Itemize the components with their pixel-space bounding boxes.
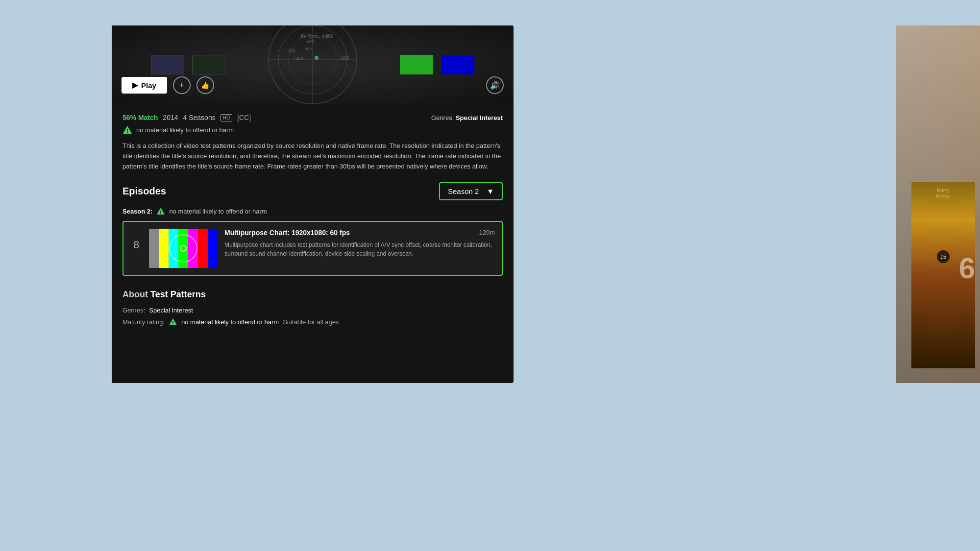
episodes-title: Episodes [122, 186, 166, 197]
description-text: This is a collection of video test patte… [122, 141, 503, 171]
svg-text:!: ! [172, 320, 173, 326]
genres-text: Genres: Special Interest [431, 114, 503, 121]
right-panel: HarryPotter 15 6 [896, 25, 980, 383]
meta-row: 56% Match 2014 4 Seasons HD [CC] Genres:… [122, 114, 503, 121]
colorbox-green [400, 55, 433, 74]
about-prefix: About [122, 289, 148, 299]
warning-row: ! no material likely to offend or harm [122, 125, 503, 134]
thumbs-button[interactable]: 👍 [196, 76, 214, 94]
number-6: 6 [959, 251, 975, 285]
episode-duration: 120m [479, 229, 495, 236]
cc-icon: [CC] [237, 114, 251, 121]
video-area: +300 -300 +200 -200 +100 100 AV Sync, ms [112, 25, 514, 104]
episode-number: 8 [130, 229, 142, 251]
harry-poster-text: HarryPotter [936, 187, 951, 200]
number-badge: 15 [937, 250, 950, 263]
season-label-row: Season 2: ! no material likely to offend… [122, 207, 503, 215]
svg-text:-300: -300 [340, 55, 349, 61]
svg-text:!: ! [160, 210, 162, 215]
about-genres-value: Special Interest [149, 307, 193, 314]
episode-title: Multipurpose Chart: 1920x1080: 60 fps [224, 229, 350, 237]
seasons-text: 4 Seasons [183, 114, 216, 121]
about-section: About Test Patterns Genres: Special Inte… [122, 286, 503, 326]
svg-rect-24 [208, 229, 218, 268]
maturity-warning-text: no material likely to offend or harm [181, 318, 279, 326]
about-maturity-row: Maturity rating: ! no material likely to… [122, 318, 503, 326]
svg-text:-200: -200 [305, 39, 314, 44]
sound-button[interactable]: 🔊 [486, 76, 504, 94]
svg-rect-19 [159, 229, 169, 268]
episode-description: Multipurpose chart includes test pattern… [224, 240, 495, 258]
content-area: 56% Match 2014 4 Seasons HD [CC] Genres:… [112, 104, 514, 383]
colorbox-blue [441, 55, 474, 74]
maturity-warning-icon: ! [169, 318, 177, 326]
add-button[interactable]: + [173, 76, 191, 94]
sound-icon: 🔊 [490, 81, 500, 90]
genres-label: Genres: [431, 114, 454, 121]
episode-thumbnail [149, 229, 218, 268]
svg-text:+200: +200 [293, 56, 303, 61]
season-warning-text: no material likely to offend or harm [169, 208, 267, 215]
colorbox-1 [151, 55, 184, 74]
genre-value: Special Interest [456, 114, 503, 121]
play-button[interactable]: ▶ Play [122, 77, 167, 94]
season-dropdown[interactable]: Season 2 ▼ [439, 182, 503, 200]
about-bold: Test Patterns [150, 289, 206, 299]
season-dropdown-label: Season 2 [448, 187, 479, 195]
controls-bar: ▶ Play + 👍 🔊 [112, 76, 514, 98]
season-warning-icon: ! [156, 207, 165, 215]
match-badge: 56% Match [122, 114, 158, 121]
suitable-text: Suitable for all ages [283, 318, 339, 326]
about-genres-label: Genres: [122, 307, 145, 314]
episode-thumb-bg [149, 229, 218, 268]
svg-point-12 [315, 56, 318, 60]
warning-icon: ! [122, 125, 132, 134]
main-panel: +300 -300 +200 -200 +100 100 AV Sync, ms [112, 25, 514, 383]
season-label-text: Season 2: [122, 208, 152, 215]
svg-text:!: ! [126, 128, 128, 134]
svg-text:100: 100 [288, 48, 295, 53]
about-title: About Test Patterns [122, 289, 503, 300]
maturity-label: Maturity rating: [122, 318, 165, 326]
episodes-header: Episodes Season 2 ▼ [122, 182, 503, 200]
year-text: 2014 [163, 114, 178, 121]
colorbox-2 [192, 55, 225, 74]
play-icon: ▶ [132, 81, 138, 90]
svg-rect-23 [198, 229, 208, 268]
play-label: Play [141, 81, 156, 90]
svg-text:+100: +100 [303, 47, 312, 51]
warning-text: no material likely to offend or harm [136, 126, 234, 134]
hd-badge: HD [220, 114, 232, 121]
about-genres-row: Genres: Special Interest [122, 307, 503, 314]
svg-rect-18 [149, 229, 159, 268]
svg-text:AV Sync, ms: AV Sync, ms [300, 33, 328, 39]
chevron-down-icon: ▼ [487, 187, 494, 195]
right-person-bg: HarryPotter 15 6 [896, 25, 980, 383]
episode-card[interactable]: 8 [122, 221, 503, 276]
episode-title-row: Multipurpose Chart: 1920x1080: 60 fps 12… [224, 229, 495, 237]
episode-info: Multipurpose Chart: 1920x1080: 60 fps 12… [224, 229, 495, 258]
